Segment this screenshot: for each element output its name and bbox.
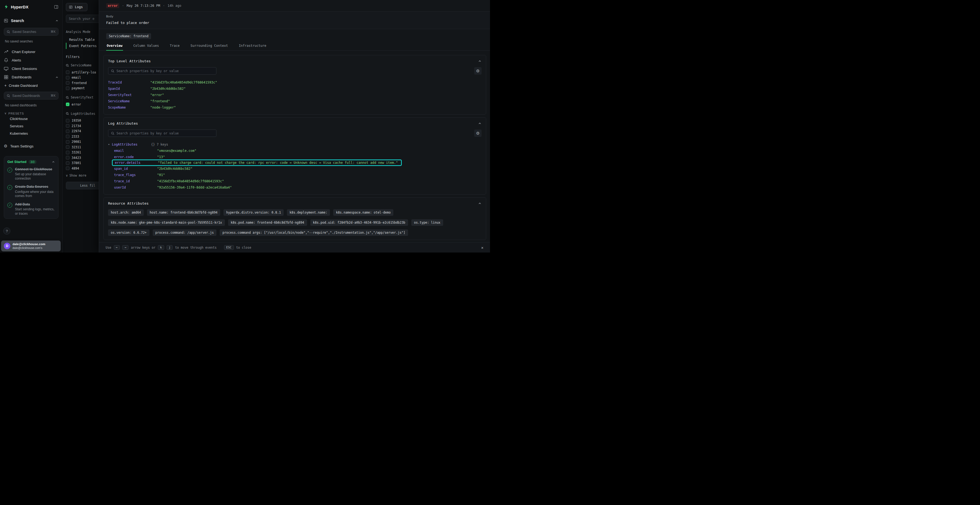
resource-tag[interactable]: os.version: 6.6.72+: [108, 229, 150, 236]
presets-toggle[interactable]: ∨ PRESETS: [4, 111, 59, 115]
checkbox[interactable]: [66, 145, 69, 149]
saved-searches-input[interactable]: Saved Searches ⌘K: [4, 28, 59, 36]
checkbox[interactable]: [66, 76, 69, 79]
filter-option-label: 34423: [72, 156, 81, 160]
search-section-label: Search: [11, 19, 24, 23]
sidebar-item-team-settings[interactable]: ⚙ Team Settings: [4, 144, 59, 149]
attribute-row[interactable]: TraceId "4156d3fbc40a64854d9dc7f68641593…: [108, 79, 482, 86]
sidebar-item-chart-explorer[interactable]: Chart Explorer: [4, 48, 59, 56]
kbd-left-arrow: ←: [114, 245, 120, 250]
tab[interactable]: Infrastructure: [238, 43, 267, 50]
sidebar-nav: Chart Explorer Alerts Client Sessions Da…: [4, 48, 59, 81]
checkbox[interactable]: [66, 130, 69, 133]
settings-button[interactable]: ⚙: [474, 130, 482, 137]
search-mini-icon: [66, 112, 69, 115]
tab[interactable]: Trace: [169, 43, 180, 50]
settings-button[interactable]: ⚙: [474, 67, 482, 75]
service-name-tag[interactable]: ServiceName: frontend: [106, 33, 151, 39]
chevron-up-icon[interactable]: [52, 160, 55, 164]
checkbox[interactable]: [66, 167, 69, 170]
checkbox[interactable]: [66, 119, 69, 122]
tab[interactable]: Surrounding Context: [190, 43, 228, 50]
attribute-row[interactable]: ScopeName "node-logger": [108, 104, 482, 110]
attribute-row[interactable]: trace_flags "01": [108, 172, 482, 178]
resource-tag[interactable]: k8s.pod.name: frontend-6b6c8d7bfd-ng894: [228, 219, 307, 226]
attribute-value: "13": [157, 155, 165, 159]
attribute-key[interactable]: error.details: [115, 161, 158, 165]
onboarding-item[interactable]: ✓ Create Data Sources Configure where yo…: [7, 184, 55, 198]
attribute-key[interactable]: userId: [114, 186, 157, 189]
resource-tag[interactable]: k8s.node.name: gke-pme-k8s-standard-main…: [108, 219, 225, 226]
attribute-row[interactable]: error.details "failed to charge card: co…: [112, 159, 402, 166]
attribute-key[interactable]: SpanId: [108, 87, 150, 91]
log-attributes-root[interactable]: ▾ LogAttributes {} 7 keys: [108, 141, 482, 148]
property-search-input[interactable]: [116, 132, 213, 135]
resource-tag[interactable]: host.name: frontend-6b6c8d7bfd-ng894: [147, 209, 220, 216]
chevron-up-icon[interactable]: [55, 19, 59, 22]
attribute-row[interactable]: trace_id "4156d3fbc40a64854d9dc7f6864159…: [108, 178, 482, 184]
tab[interactable]: Column Values: [133, 43, 159, 50]
resource-tag[interactable]: k8s.namespace.name: otel-demo: [333, 209, 393, 216]
resource-tag[interactable]: hyperdx.distro.version: 0.8.1: [223, 209, 284, 216]
attribute-row[interactable]: email "vmoses@example.com": [108, 148, 482, 154]
checkbox[interactable]: [66, 140, 69, 144]
checkbox[interactable]: [66, 156, 69, 159]
checkbox[interactable]: [66, 135, 69, 138]
attribute-row[interactable]: SpanId "2b43d0c4dd6bc582": [108, 86, 482, 92]
attribute-key[interactable]: error.code: [114, 155, 157, 159]
user-chip[interactable]: D dale@clickhouse.com dale@clickhouse.co…: [1, 241, 61, 251]
sidebar-item-client-sessions[interactable]: Client Sessions: [4, 65, 59, 73]
attribute-key[interactable]: trace_id: [114, 179, 157, 183]
attribute-key[interactable]: email: [114, 149, 157, 152]
preset-item[interactable]: ClickHouse: [4, 115, 59, 122]
resource-tag[interactable]: os.type: linux: [411, 219, 443, 226]
resource-tag[interactable]: host.arch: amd64: [108, 209, 144, 216]
caret-down-icon[interactable]: ▾: [108, 143, 112, 146]
checkbox[interactable]: [66, 161, 69, 165]
attribute-row[interactable]: span_id "2b43d0c4dd6bc582": [108, 165, 482, 172]
attribute-key[interactable]: ServiceName: [108, 99, 150, 103]
help-button[interactable]: ?: [3, 227, 10, 235]
property-search-input[interactable]: [116, 69, 213, 73]
checkbox[interactable]: [66, 81, 69, 85]
attribute-row[interactable]: ServiceName "frontend": [108, 98, 482, 104]
resource-tag[interactable]: process.command: /app/server.js: [153, 229, 217, 236]
attribute-key[interactable]: ScopeName: [108, 106, 150, 110]
attribute-key[interactable]: span_id: [114, 167, 157, 171]
saved-dashboards-input[interactable]: Saved Dashboards ⌘K: [4, 92, 59, 100]
collapse-chevron-icon[interactable]: [478, 202, 482, 205]
collapse-sidebar-button[interactable]: [54, 5, 59, 9]
attribute-row[interactable]: userId "92a55156-39a4-11f0-8ddd-a2eca416…: [108, 184, 482, 191]
chevron-up-icon[interactable]: [55, 76, 59, 79]
preset-item[interactable]: Services: [4, 122, 59, 130]
create-dashboard-button[interactable]: + Create Dashboard: [4, 81, 59, 89]
onboarding-item[interactable]: ✓ Connect to ClickHouse Set up your data…: [7, 167, 55, 181]
sidebar-item-alerts[interactable]: Alerts: [4, 56, 59, 65]
attribute-key[interactable]: SeverityText: [108, 93, 150, 97]
attribute-key[interactable]: trace_flags: [114, 173, 157, 177]
checkbox[interactable]: [66, 124, 69, 128]
source-select-button[interactable]: Logs: [66, 3, 88, 11]
checkbox[interactable]: [66, 103, 69, 106]
attribute-key[interactable]: TraceId: [108, 81, 150, 84]
preset-item[interactable]: Kubernetes: [4, 130, 59, 137]
search-section-header[interactable]: Search: [4, 19, 59, 23]
checkbox[interactable]: [66, 70, 69, 74]
attribute-row[interactable]: SeverityText "error": [108, 92, 482, 98]
attribute-value: "4156d3fbc40a64854d9dc7f68641593c": [150, 81, 217, 84]
resource-tag[interactable]: process.command args: ["/usr/local/bin/n…: [220, 229, 408, 236]
collapse-chevron-icon[interactable]: [478, 122, 482, 125]
sidebar-item-dashboards[interactable]: Dashboards: [4, 73, 59, 81]
tab[interactable]: Overview: [106, 43, 123, 50]
get-started-header[interactable]: Get Started 3/3: [7, 160, 55, 164]
onboarding-item[interactable]: ✓ Add Data Start sending logs, metrics, …: [7, 202, 55, 216]
no-saved-searches-text: No saved searches: [5, 40, 59, 43]
close-button[interactable]: ✕: [481, 245, 484, 250]
checkbox[interactable]: [66, 87, 69, 90]
checkbox[interactable]: [66, 151, 69, 154]
collapse-chevron-icon[interactable]: [478, 59, 482, 63]
resource-tag[interactable]: k8s.deployment.name:: [287, 209, 330, 216]
resource-tag[interactable]: k8s.pod.uid: f284fb2d-a0b3-4634-991b-e2c…: [310, 219, 408, 226]
root-key[interactable]: LogAttributes: [112, 143, 151, 146]
attribute-row[interactable]: error.code "13": [108, 154, 482, 160]
